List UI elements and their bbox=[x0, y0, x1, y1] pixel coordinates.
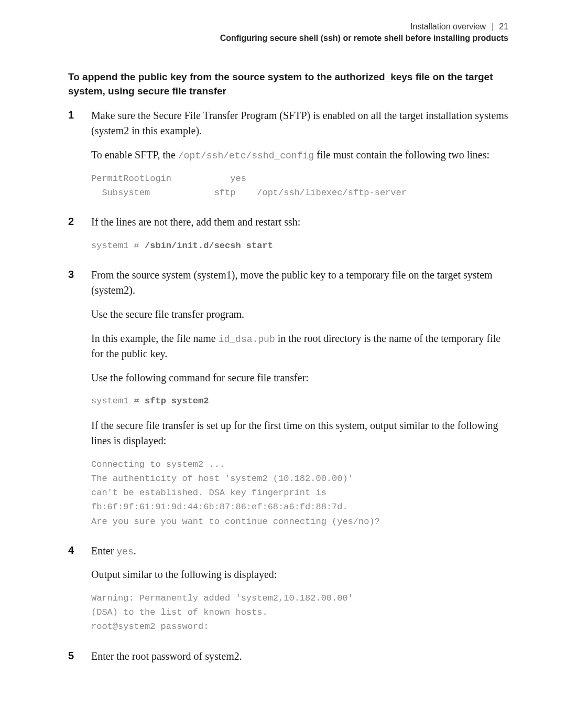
step-paragraph: Output similar to the following is displ… bbox=[91, 567, 508, 583]
header-divider: | bbox=[492, 22, 494, 31]
inline-code: id_dsa.pub bbox=[219, 334, 275, 345]
code-line: Subsystem sftp /opt/ssh/libexec/sftp-ser… bbox=[91, 186, 508, 200]
step-paragraph: To enable SFTP, the /opt/ssh/etc/sshd_co… bbox=[91, 147, 508, 163]
step-item: 4Enter yes.Output similar to the followi… bbox=[68, 543, 508, 634]
code-line: Are you sure you want to continue connec… bbox=[91, 515, 508, 529]
header-section: Installation overview bbox=[410, 22, 486, 31]
code-block: Warning: Permanently added 'system2,10.1… bbox=[91, 591, 508, 634]
code-block: Connecting to system2 ...The authenticit… bbox=[91, 457, 508, 529]
code-line: PermitRootLogin yes bbox=[91, 172, 508, 186]
step-paragraph: Use the following command for secure fil… bbox=[91, 370, 508, 386]
header-subsection: Configuring secure shell (ssh) or remote… bbox=[68, 33, 508, 44]
step-item: 1Make sure the Secure File Transfer Prog… bbox=[68, 108, 508, 200]
step-paragraph: In this example, the file name id_dsa.pu… bbox=[91, 331, 508, 362]
inline-code: /opt/ssh/etc/sshd_config bbox=[178, 151, 314, 161]
step-number: 2 bbox=[68, 216, 84, 228]
page-header: Installation overview | 21 Configuring s… bbox=[68, 21, 508, 45]
code-line: fb:6f:9f:61:91:9d:44:6b:87:86:ef:68:a6:f… bbox=[91, 500, 508, 514]
code-block: PermitRootLogin yes Subsystem sftp /opt/… bbox=[91, 172, 508, 200]
step-list: 1Make sure the Secure File Transfer Prog… bbox=[68, 108, 508, 664]
step-paragraph: Make sure the Secure File Transfer Progr… bbox=[91, 108, 508, 139]
step-item: 3From the source system (system1), move … bbox=[68, 267, 508, 529]
header-line-1: Installation overview | 21 bbox=[68, 21, 508, 33]
step-paragraph: Use the secure file transfer program. bbox=[91, 307, 508, 323]
code-line: Connecting to system2 ... bbox=[91, 457, 508, 472]
code-block: system1 # sftp system2 bbox=[91, 394, 508, 408]
step-number: 3 bbox=[68, 269, 84, 281]
code-line: (DSA) to the list of known hosts. bbox=[91, 605, 508, 619]
step-paragraph: Enter yes. bbox=[91, 543, 508, 559]
step-number: 1 bbox=[68, 109, 84, 121]
code-line: system1 # /sbin/init.d/secsh start bbox=[91, 239, 508, 253]
step-paragraph: If the secure file transfer is set up fo… bbox=[91, 418, 508, 449]
code-line: Warning: Permanently added 'system2,10.1… bbox=[91, 591, 508, 605]
procedure-title: To append the public key from the source… bbox=[68, 70, 508, 99]
header-page-number: 21 bbox=[499, 22, 508, 31]
code-line: system1 # sftp system2 bbox=[91, 394, 508, 408]
step-number: 4 bbox=[68, 544, 84, 556]
inline-code: yes bbox=[116, 547, 133, 557]
page-container: Installation overview | 21 Configuring s… bbox=[0, 0, 566, 700]
code-line: The authenticity of host 'system2 (10.18… bbox=[91, 472, 508, 486]
code-line: can't be established. DSA key fingerprin… bbox=[91, 486, 508, 500]
step-item: 2If the lines are not there, add them an… bbox=[68, 215, 508, 253]
step-paragraph: Enter the root password of system2. bbox=[91, 649, 508, 665]
code-line: root@system2 password: bbox=[91, 619, 508, 634]
step-item: 5Enter the root password of system2. bbox=[68, 649, 508, 665]
code-block: system1 # /sbin/init.d/secsh start bbox=[91, 239, 508, 253]
step-paragraph: From the source system (system1), move t… bbox=[91, 267, 508, 298]
step-paragraph: If the lines are not there, add them and… bbox=[91, 215, 508, 230]
code-strong: sftp system2 bbox=[145, 396, 209, 406]
step-number: 5 bbox=[68, 650, 84, 662]
code-strong: /sbin/init.d/secsh start bbox=[145, 241, 273, 251]
